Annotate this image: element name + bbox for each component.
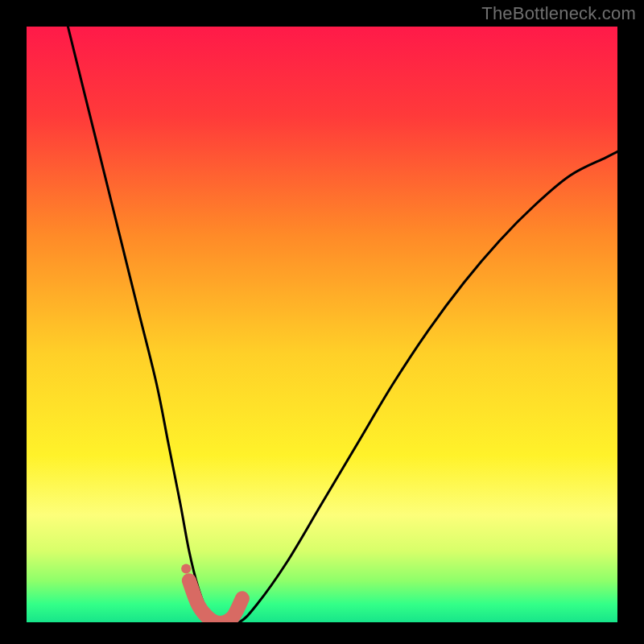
gradient-background	[27, 27, 617, 622]
highlight-dot	[181, 564, 191, 573]
bottleneck-chart	[0, 0, 644, 644]
watermark-text: TheBottleneck.com	[481, 3, 636, 24]
chart-frame: TheBottleneck.com	[0, 0, 644, 644]
